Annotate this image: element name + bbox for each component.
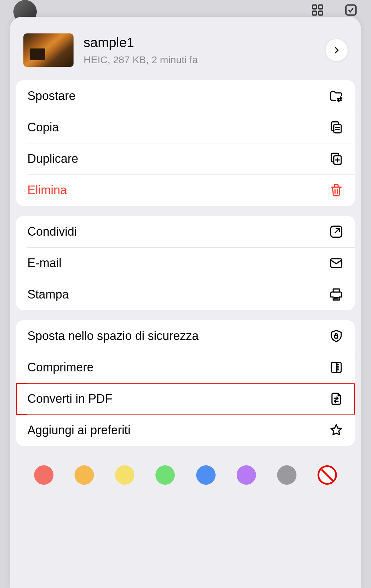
trash-icon	[329, 183, 344, 198]
color-tag-row	[10, 456, 361, 485]
menu-item[interactable]: Aggiungi ai preferiti	[16, 415, 355, 446]
color-swatch-purple[interactable]	[237, 465, 256, 485]
color-swatch-green[interactable]	[155, 465, 175, 485]
color-swatch-blue[interactable]	[196, 465, 216, 485]
duplicate-icon	[329, 151, 344, 166]
folder-move-icon	[329, 89, 344, 103]
menu-item[interactable]: Converti in PDF	[16, 383, 355, 415]
mail-icon	[329, 256, 344, 270]
menu-item-label: Comprimere	[27, 360, 94, 374]
menu-item-label: Aggiungi ai preferiti	[27, 423, 130, 437]
menu-item[interactable]: E-mail	[16, 247, 355, 279]
share-icon	[329, 224, 344, 239]
menu-item-label: Elimina	[27, 183, 67, 197]
menu-item[interactable]: Sposta nello spazio di sicurezza	[16, 320, 355, 352]
menu-item-label: E-mail	[27, 256, 61, 270]
svg-rect-2	[313, 11, 317, 15]
menu-item[interactable]: Elimina	[16, 174, 355, 206]
grid-view-icon[interactable]	[311, 3, 324, 17]
menu-item[interactable]: Spostare	[16, 80, 355, 112]
file-info: sample1 HEIC, 287 KB, 2 minuti fa	[84, 35, 316, 66]
color-swatch-red[interactable]	[34, 465, 53, 485]
svg-rect-1	[319, 5, 323, 9]
menu-item-label: Converti in PDF	[27, 392, 112, 406]
file-meta: HEIC, 287 KB, 2 minuti fa	[84, 54, 316, 66]
menu-group: CondividiE-mailStampa	[16, 216, 355, 310]
star-icon	[329, 423, 344, 438]
shield-lock-icon	[329, 329, 344, 343]
menu-item-label: Condividi	[27, 225, 77, 239]
svg-rect-4	[346, 5, 356, 15]
menu-item-label: Duplicare	[27, 152, 78, 166]
file-title: sample1	[84, 35, 316, 50]
menu-item[interactable]: Duplicare	[16, 143, 355, 174]
menu-item-label: Sposta nello spazio di sicurezza	[27, 329, 199, 343]
chevron-right-icon	[332, 46, 341, 54]
menu-item-label: Spostare	[27, 89, 76, 103]
file-header: sample1 HEIC, 287 KB, 2 minuti fa	[10, 27, 361, 80]
svg-rect-0	[313, 5, 317, 9]
menu-group: SpostareCopiaDuplicareElimina	[16, 80, 355, 206]
color-swatch-yellow[interactable]	[115, 465, 134, 485]
file-details-button[interactable]	[326, 39, 348, 61]
action-sheet: sample1 HEIC, 287 KB, 2 minuti fa Sposta…	[10, 17, 361, 588]
color-swatch-orange[interactable]	[75, 465, 94, 485]
menu-item[interactable]: Comprimere	[16, 352, 355, 383]
color-swatch-gray[interactable]	[277, 465, 296, 485]
menu-item[interactable]: Copia	[16, 112, 355, 143]
svg-rect-3	[319, 11, 323, 15]
menu-item-label: Stampa	[27, 287, 69, 302]
select-icon[interactable]	[344, 3, 358, 17]
convert-icon	[329, 391, 344, 406]
copy-icon	[329, 120, 344, 135]
menu-item-label: Copia	[27, 120, 59, 134]
file-thumbnail	[23, 33, 74, 67]
menu-item[interactable]: Stampa	[16, 279, 355, 310]
menu-group: Sposta nello spazio di sicurezzaComprime…	[16, 320, 355, 446]
menu-item[interactable]: Condividi	[16, 216, 355, 247]
color-swatch-none[interactable]	[318, 465, 337, 485]
print-icon	[329, 287, 344, 302]
archive-icon	[329, 360, 344, 375]
